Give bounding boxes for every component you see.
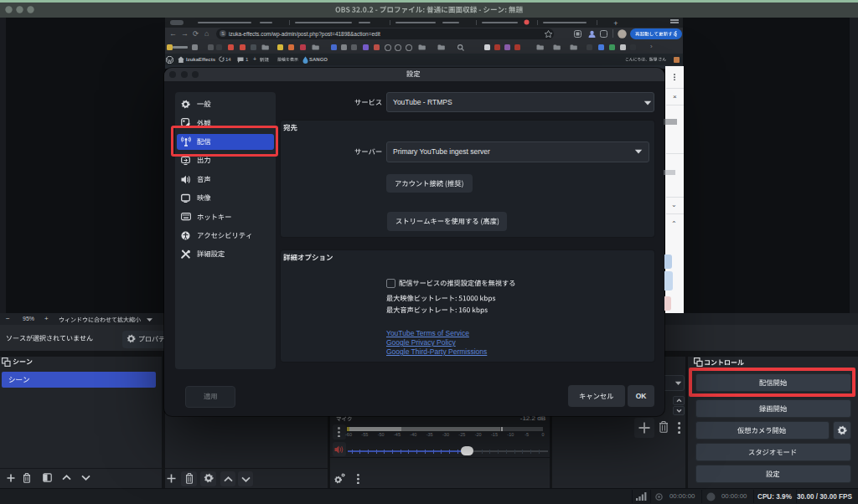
svg-text:S: S bbox=[221, 31, 225, 36]
